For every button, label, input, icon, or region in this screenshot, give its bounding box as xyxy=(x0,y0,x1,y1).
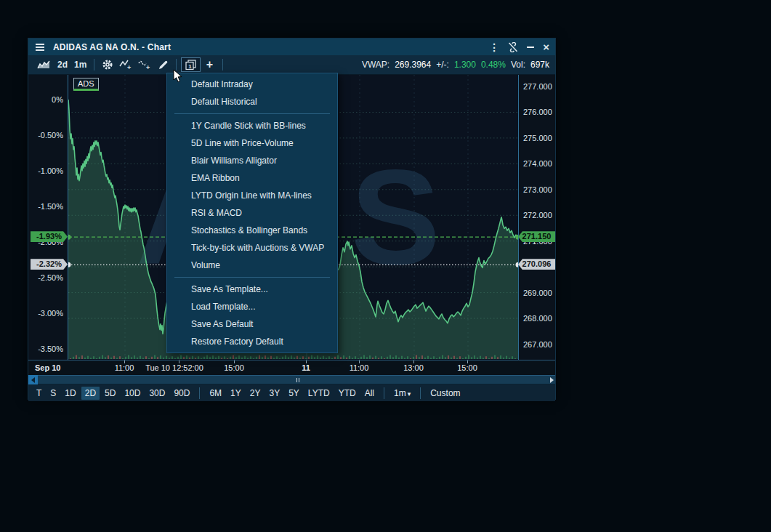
svg-text:+: + xyxy=(146,64,150,70)
minimize-button[interactable] xyxy=(527,47,534,48)
template-dropdown-menu: Default IntradayDefault Historical1Y Can… xyxy=(166,73,338,353)
menu-item-blair-williams-alligator[interactable]: Blair Williams Alligator xyxy=(167,152,337,169)
price-axis-label: 272.000 xyxy=(523,210,552,220)
chart-type-icon[interactable] xyxy=(34,57,54,72)
range-button-ytd[interactable]: YTD xyxy=(335,387,360,400)
left-axis-gray-tag: -2.32% xyxy=(31,259,68,270)
menu-item-rsi-macd[interactable]: RSI & MACD xyxy=(167,204,337,222)
hamburger-menu-icon[interactable] xyxy=(34,42,46,52)
range-button-5d[interactable]: 5D xyxy=(101,387,119,400)
scroll-left-button[interactable] xyxy=(28,375,38,384)
chart-toolbar: 2d 1m + + 1 + VWAP: 269.3964 +/-: 1.300 … xyxy=(28,55,555,75)
add-panel-icon[interactable]: + xyxy=(201,57,218,72)
menu-item-load-template[interactable]: Load Template... xyxy=(167,298,337,315)
range-button-10d[interactable]: 10D xyxy=(121,387,144,400)
toolbar-separator xyxy=(94,59,94,70)
menu-item-1y-candle-stick-with-bb-lines[interactable]: 1Y Candle Stick with BB-lines xyxy=(167,117,337,134)
price-axis-label: 275.000 xyxy=(523,133,552,143)
menu-item-volume[interactable]: Volume xyxy=(167,257,337,274)
time-axis-label: 15:00 xyxy=(457,363,477,372)
volume-label: Vol: xyxy=(511,60,525,70)
time-axis-label: Sep 10 xyxy=(35,363,60,372)
menu-separator xyxy=(174,277,330,278)
range-button-1d[interactable]: 1D xyxy=(61,387,79,400)
period-button[interactable]: 2d xyxy=(54,57,71,72)
add-oscillator-icon[interactable]: + xyxy=(135,57,154,72)
time-axis: Sep 1011:00Tue 10 12:52:0015:001111:0013… xyxy=(28,360,555,375)
custom-range-button[interactable]: Custom xyxy=(427,387,464,400)
range-button-lytd[interactable]: LYTD xyxy=(304,387,334,400)
right-axis-green-tag: 271.150 xyxy=(518,231,555,242)
menu-item-default-historical[interactable]: Default Historical xyxy=(167,93,337,110)
settings-gear-icon[interactable] xyxy=(99,57,116,72)
chevron-down-icon: ▾ xyxy=(408,390,411,398)
svg-text:+: + xyxy=(127,64,131,70)
percent-axis: 0%-0.50%-1.00%-1.50%-2.00%-2.50%-3.00%-3… xyxy=(28,75,68,360)
close-button[interactable]: × xyxy=(543,42,549,52)
percent-axis-label: -2.50% xyxy=(38,273,63,283)
range-button-6m[interactable]: 6M xyxy=(206,387,225,400)
range-button-s[interactable]: S xyxy=(47,387,60,400)
range-button-1y[interactable]: 1Y xyxy=(227,387,245,400)
scrollbar-thumb[interactable] xyxy=(38,375,555,384)
range-toolbar: TS1D2D5D10D30D90D6M1Y2Y3Y5YLYTDYTDAll1m▾… xyxy=(28,384,555,401)
menu-item-ema-ribbon[interactable]: EMA Ribbon xyxy=(167,169,337,187)
range-separator xyxy=(199,387,200,399)
range-button-3y[interactable]: 3Y xyxy=(265,387,283,400)
time-axis-label: Tue 10 12:52:00 xyxy=(145,363,203,372)
range-button-30d[interactable]: 30D xyxy=(145,387,169,400)
percent-axis-label: -0.50% xyxy=(38,130,63,140)
menu-item-restore-factory-default[interactable]: Restore Factory Default xyxy=(167,333,337,350)
left-arrow-icon xyxy=(31,377,35,383)
menu-item-save-as-template[interactable]: Save As Template... xyxy=(167,281,337,298)
percent-axis-label: 0% xyxy=(52,94,63,105)
chart-scrollbar[interactable] xyxy=(28,375,555,384)
interval-button[interactable]: 1m xyxy=(71,57,89,72)
menu-item-lytd-origin-line-with-ma-lines[interactable]: LYTD Origin Line with MA-lines xyxy=(167,187,337,204)
price-axis-label: 267.000 xyxy=(523,339,552,350)
time-axis-tick xyxy=(413,360,414,363)
toolbar-separator xyxy=(176,59,177,70)
time-axis-tick xyxy=(306,360,307,363)
templates-button[interactable]: 1 xyxy=(181,57,201,72)
toolbar-separator xyxy=(222,59,223,70)
menu-item-5d-line-with-price-volume[interactable]: 5D Line with Price-Volume xyxy=(167,134,337,152)
price-axis-label: 273.000 xyxy=(523,185,552,195)
menu-item-save-as-default[interactable]: Save As Default xyxy=(167,315,337,333)
price-axis-label: 277.000 xyxy=(523,81,552,92)
range-separator xyxy=(420,387,421,399)
change-label: +/-: xyxy=(436,60,449,70)
price-axis: 277.000276.000275.000274.000273.000272.0… xyxy=(518,75,557,360)
price-axis-label: 276.000 xyxy=(523,107,552,117)
time-axis-label: 11:00 xyxy=(115,363,134,372)
menu-item-tick-by-tick-with-auctions-vwap[interactable]: Tick-by-tick with Auctions & VWAP xyxy=(167,239,337,257)
price-axis-label: 274.000 xyxy=(523,158,552,169)
scrollbar-grip[interactable] xyxy=(296,378,299,382)
percent-axis-label: -3.00% xyxy=(38,308,63,318)
time-axis-label: 11 xyxy=(302,363,310,372)
range-button-90d[interactable]: 90D xyxy=(170,387,193,400)
range-button-2y[interactable]: 2Y xyxy=(246,387,265,400)
price-axis-label: 268.000 xyxy=(523,313,552,323)
kebab-menu-icon[interactable]: ⋮ xyxy=(489,42,499,52)
interval-dropdown[interactable]: 1m▾ xyxy=(390,387,414,400)
chart-stats: VWAP: 269.3964 +/-: 1.300 0.48% Vol: 697… xyxy=(362,60,549,70)
title-bar: ADIDAS AG NA O.N. - Chart ⋮ × xyxy=(28,39,555,55)
menu-item-stochastics-bollinger-bands[interactable]: Stochastics & Bollinger Bands xyxy=(167,222,337,239)
volume-value: 697k xyxy=(530,60,549,70)
svg-text:1: 1 xyxy=(189,63,193,69)
symbol-badge[interactable]: ADS xyxy=(73,78,99,91)
right-arrow-icon xyxy=(550,377,554,383)
menu-item-default-intraday[interactable]: Default Intraday xyxy=(167,76,337,93)
unlink-icon[interactable] xyxy=(508,42,518,52)
range-button-5y[interactable]: 5Y xyxy=(285,387,303,400)
range-button-t[interactable]: T xyxy=(33,387,45,400)
price-axis-label: 269.000 xyxy=(523,288,552,298)
range-button-2d[interactable]: 2D xyxy=(81,387,100,400)
range-button-all[interactable]: All xyxy=(361,387,378,400)
add-study-icon[interactable]: + xyxy=(116,57,135,72)
change-percent: 0.48% xyxy=(481,60,506,70)
change-value: 1.300 xyxy=(454,60,476,70)
time-axis-tick xyxy=(359,360,360,363)
draw-pencil-icon[interactable] xyxy=(154,57,171,72)
